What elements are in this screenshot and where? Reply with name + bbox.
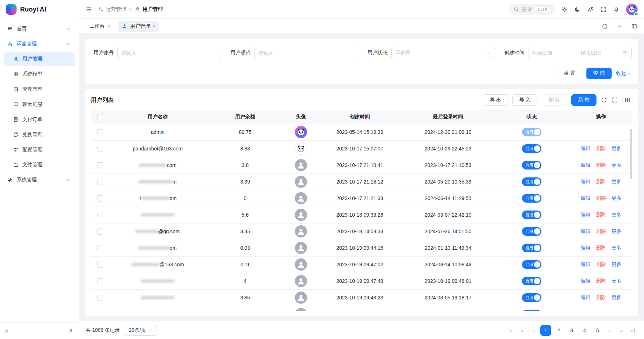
pin-icon[interactable] — [68, 328, 74, 334]
date-end-input[interactable] — [581, 50, 620, 56]
panel-toggle-icon[interactable] — [631, 23, 638, 30]
add-button[interactable]: 新 增 — [571, 94, 596, 106]
sidebar-item-exchange-management[interactable]: 兑换管理 — [4, 127, 75, 142]
tab-user-management[interactable]: 用户管理 × — [118, 21, 159, 32]
prev-group-icon[interactable]: « — [517, 327, 527, 333]
row-checkbox[interactable] — [97, 278, 103, 284]
edit-link[interactable]: 编辑 — [581, 179, 590, 184]
next-group-icon[interactable]: » — [617, 327, 626, 333]
more-link[interactable]: 更多 — [612, 245, 621, 250]
row-checkbox[interactable] — [97, 195, 103, 202]
delete-link[interactable]: 删除 — [596, 229, 606, 234]
edit-link[interactable]: 编辑 — [581, 146, 590, 151]
edit-link[interactable]: 编辑 — [581, 278, 590, 284]
page-size-select[interactable]: 20条/页 — [125, 325, 157, 336]
sidebar-item-package-management[interactable]: 套餐管理 — [4, 82, 75, 96]
more-link[interactable]: 更多 — [612, 295, 621, 300]
row-checkbox[interactable] — [97, 212, 103, 218]
more-link[interactable]: 更多 — [612, 146, 621, 151]
status-toggle[interactable]: 启用 — [522, 194, 541, 203]
status-toggle[interactable]: 启用 — [522, 227, 541, 236]
sidebar-item-system-model[interactable]: 系统模型 — [4, 67, 75, 81]
bell-icon[interactable] — [613, 6, 620, 13]
edit-link[interactable]: 编辑 — [581, 162, 590, 168]
column-settings-icon[interactable] — [622, 95, 632, 105]
fullscreen-icon[interactable] — [600, 6, 607, 13]
delete-link[interactable]: 删除 — [596, 245, 606, 250]
expand-icon[interactable] — [612, 97, 618, 103]
account-input[interactable] — [121, 50, 217, 56]
global-search[interactable]: 搜索 Ctrl K — [509, 4, 555, 15]
sidebar-item-payment-orders[interactable]: 支付订单 — [4, 112, 75, 127]
more-link[interactable]: 更多 — [612, 262, 621, 267]
dark-mode-moon-icon[interactable] — [574, 6, 581, 13]
more-link[interactable]: 更多 — [612, 179, 621, 184]
more-link[interactable]: 更多 — [612, 195, 621, 201]
row-checkbox[interactable] — [97, 245, 103, 251]
date-range-picker[interactable]: → — [528, 47, 632, 59]
edit-link[interactable]: 编辑 — [581, 229, 590, 234]
gear-icon[interactable] — [561, 6, 568, 13]
status-toggle[interactable]: 启用 — [522, 128, 541, 136]
sidebar-item-file-management[interactable]: 文件管理 — [4, 158, 75, 172]
status-toggle[interactable]: 启用 — [522, 310, 541, 311]
close-icon[interactable]: × — [153, 24, 156, 29]
delete-link[interactable]: 删除 — [596, 179, 606, 184]
sidebar-item-user-management[interactable]: 用户管理 — [4, 52, 75, 66]
row-checkbox[interactable] — [97, 295, 103, 301]
search-button[interactable]: 查 询 — [586, 68, 612, 79]
status-toggle[interactable]: 启用 — [522, 211, 541, 219]
first-page-icon[interactable]: |« — [506, 327, 515, 333]
logo[interactable]: Ruoyi AI — [0, 0, 79, 19]
delete-link[interactable]: 删除 — [596, 278, 606, 284]
refresh-icon[interactable] — [601, 97, 607, 103]
page-button-3[interactable]: 3 — [566, 325, 577, 336]
close-icon[interactable]: × — [107, 24, 110, 29]
more-link[interactable]: 更多 — [612, 278, 621, 284]
breadcrumb-operations[interactable]: 运营管理 — [98, 6, 126, 13]
page-button-5[interactable]: 5 — [592, 325, 603, 336]
delete-link[interactable]: 删除 — [596, 195, 606, 201]
sidebar-collapse-button[interactable]: « — [5, 327, 8, 335]
sidebar-item-operations[interactable]: 运营管理 — [4, 37, 75, 51]
sidebar-item-home[interactable]: 首页 — [4, 22, 75, 36]
edit-link[interactable]: 编辑 — [581, 262, 590, 267]
delete-link[interactable]: 删除 — [596, 162, 606, 168]
row-checkbox[interactable] — [97, 146, 103, 152]
more-link[interactable]: 更多 — [612, 162, 621, 168]
page-button-2[interactable]: 2 — [553, 325, 564, 336]
row-checkbox[interactable] — [97, 229, 103, 235]
user-avatar[interactable] — [626, 4, 638, 15]
delete-button[interactable]: 删 除 — [542, 94, 567, 106]
date-start-input[interactable] — [532, 50, 571, 56]
row-checkbox[interactable] — [97, 129, 103, 135]
reset-button[interactable]: 重 置 — [557, 68, 582, 79]
chevron-down-icon[interactable] — [616, 23, 623, 30]
translate-icon[interactable] — [587, 6, 594, 13]
select-all-checkbox[interactable] — [97, 114, 103, 120]
export-button[interactable]: 导 出 — [483, 94, 508, 106]
edit-link[interactable]: 编辑 — [581, 195, 590, 201]
more-link[interactable]: 更多 — [612, 212, 621, 217]
delete-link[interactable]: 删除 — [596, 295, 606, 300]
status-toggle[interactable]: 启用 — [522, 260, 541, 269]
sidebar-item-config-management[interactable]: 配置管理 — [4, 143, 75, 157]
edit-link[interactable]: 编辑 — [581, 295, 590, 300]
breadcrumb-user-management[interactable]: 用户管理 — [135, 6, 163, 13]
page-button-4[interactable]: 4 — [579, 325, 590, 336]
row-checkbox[interactable] — [97, 162, 103, 168]
status-toggle[interactable]: 启用 — [522, 277, 541, 285]
status-toggle[interactable]: 启用 — [522, 161, 541, 170]
last-page-icon[interactable]: »| — [628, 327, 638, 333]
delete-link[interactable]: 删除 — [596, 212, 606, 217]
edit-link[interactable]: 编辑 — [581, 245, 590, 250]
import-button[interactable]: 导 入 — [512, 94, 537, 106]
refresh-icon[interactable] — [602, 23, 608, 30]
hamburger-icon[interactable] — [86, 6, 92, 13]
tab-workbench[interactable]: 工作台 × — [86, 21, 114, 32]
more-link[interactable]: 更多 — [612, 229, 621, 234]
edit-link[interactable]: 编辑 — [581, 212, 590, 217]
row-checkbox[interactable] — [97, 179, 103, 185]
next-page-icon[interactable]: › — [605, 327, 614, 333]
status-toggle[interactable]: 启用 — [522, 293, 541, 302]
